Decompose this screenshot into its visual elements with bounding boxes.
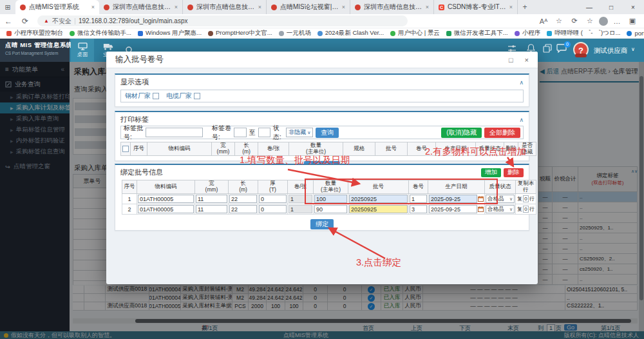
copy-count-input[interactable]: 0 [523,195,529,202]
bookmark-item[interactable]: 哔哩哔哩 ( ゜- ゜)つロ... [544,29,623,37]
bookmark-item[interactable]: PromptHero中文官... [205,29,275,37]
bookmark-item[interactable]: 用户中心 | 景云 [388,29,442,37]
quality-status-select[interactable]: 合格品∨ [486,205,515,213]
length-input[interactable]: 22 [229,205,257,213]
url-field[interactable]: ▲ 不安全 192.168.0.32:789/out_login/main.as… [37,15,408,26]
cable-vendor-label: 电缆厂家 [166,92,192,101]
collapse-panel-icon[interactable]: ∧ [519,117,524,123]
material-code-input[interactable]: 01ATH00005 [138,205,194,213]
current-user-label[interactable]: 测试供应商 [594,46,628,55]
toggle-hide-button[interactable]: (取消)隐藏 [441,128,482,138]
tab-close-icon[interactable]: × [509,4,513,10]
quantity-input[interactable]: 90 [314,205,347,213]
material-code-input[interactable]: 01ATH00005 [138,195,194,203]
divider [75,18,75,24]
label-batch-input[interactable] [146,128,203,137]
user-avatar[interactable]: ? [573,42,589,57]
bookmark-item[interactable]: 微信开发者工具下... [444,29,511,37]
nav-item-desktop[interactable]: 桌面 [71,39,94,62]
browser-address-bar: ← ⟳ ▲ 不安全 192.168.0.32:789/out_login/mai… [0,14,644,28]
tab-close-icon[interactable]: × [426,4,429,10]
bookmark-item[interactable]: 微信文件传输助手... [67,29,134,37]
window-minimize-button[interactable]: — [578,0,600,14]
reload-alt-icon[interactable]: ⟳ [568,17,581,25]
profile-avatar[interactable] [599,17,608,26]
batch-no-input[interactable]: 20250925 [349,205,408,213]
delete-all-button[interactable]: 全部删除 [484,128,520,138]
batch-no-input[interactable]: 20250925 [349,195,408,203]
browser-tab-3[interactable]: 深圳市点晴信息技术有限公司点晴 × [183,0,267,14]
more-menu-icon[interactable]: … [611,17,623,25]
copy-count-input[interactable]: 0 [523,206,529,213]
status-select[interactable]: 非隐藏 ∨ [286,128,313,137]
dialog-maximize-icon[interactable]: □ [509,56,513,64]
tab-close-icon[interactable]: × [342,4,345,10]
production-date-input[interactable]: 2025-09-25 [429,195,477,203]
favorite-star-icon[interactable]: ☆ [553,17,565,25]
user-dropdown-icon[interactable]: ∨ [631,46,635,52]
quantity-input[interactable]: 100 [314,195,347,203]
browser-tab-1[interactable]: 点晴MIS管理系统 × [15,0,99,14]
bookmark-item[interactable]: portal.qiniu.com/ia... [624,30,644,37]
width-input[interactable]: 11 [196,205,227,213]
bookmark-item[interactable]: Windows 用户聚惠... [135,29,204,37]
tab-search-icon[interactable]: ⊞ [0,0,15,14]
length-input[interactable]: 22 [229,195,257,203]
thickness-input[interactable]: 0 [259,195,287,203]
delete-row-button[interactable]: 删除 [504,168,524,177]
thickness-input[interactable]: 0 [259,205,287,213]
cable-vendor-checkbox[interactable] [194,93,200,99]
quality-status-select[interactable]: 合格品∨ [486,195,515,203]
collapse-panel-icon[interactable]: ∧ [519,79,524,86]
tab-title: 点晴MIS管理系统 [29,3,88,12]
browser-tab-2[interactable]: 深圳市点晴信息技术有限公司点晴 × [99,0,183,14]
back-button[interactable]: ← [0,17,17,26]
window-maximize-button[interactable]: □ [600,0,622,14]
site-favicon [271,5,277,10]
nav-item-label: 桌面 [77,51,88,58]
chat-badge: 0 [564,41,571,48]
dialog-title-bar[interactable]: 输入批号卷号 □ × [106,52,538,68]
reload-button[interactable]: ⟳ [17,17,33,26]
panel-header: 打印标签 ∧ [115,112,529,124]
add-row-button[interactable]: 增加 [481,168,501,177]
roll-no-input[interactable]: 3 [410,205,427,213]
chevron-down-icon: ∨ [509,197,513,202]
tab-close-icon[interactable]: × [175,4,178,10]
bookmark-item[interactable]: 小程序联盟控制台 [4,29,66,37]
monitor-icon [78,43,88,50]
bookmark-favicon [515,31,520,36]
window-copy-icon[interactable] [543,44,552,53]
bookmark-favicon [279,31,284,36]
bookmark-favicon [70,31,75,36]
new-tab-button[interactable]: + [518,0,532,14]
calendar-icon[interactable] [478,206,484,212]
bind-batch-table: 序号 物料编码 宽 (mm) 长 (m) 厚 (T) 卷/张 数量 (主单位) … [122,180,524,215]
csdn-favicon: C [439,5,444,10]
browser-tab-5[interactable]: 深圳市点晴信息技术有限公司点晴 × [350,0,434,14]
window-close-button[interactable]: × [622,0,644,14]
tab-close-icon[interactable]: × [91,4,95,10]
roll-no-input[interactable]: 1 [410,195,427,203]
favorites-bar-icon[interactable]: ☆ [583,17,596,25]
tab-close-icon[interactable]: × [258,4,261,10]
query-button[interactable]: 查询 [316,128,339,138]
select-all-checkbox[interactable] [122,146,129,152]
sidebar-toggle-icon[interactable]: ▣ [626,17,639,25]
steel-vendor-checkbox[interactable] [153,93,159,99]
dialog-close-icon[interactable]: × [525,56,529,64]
browser-tab-4[interactable]: 点晴MIS论坛视窗|点晴免费O × [267,0,350,14]
bookmark-item[interactable]: 2024最新 Clash Ver... [315,29,386,37]
panel-header: 显示选项 ∧ [115,75,529,88]
bookmark-item[interactable]: 一元机场 [276,29,314,37]
bind-button[interactable]: 绑定 [310,219,334,229]
production-date-input[interactable]: 2025-09-25 [429,205,477,213]
calendar-icon[interactable] [478,196,484,202]
width-input[interactable]: 11 [196,195,227,203]
text-size-icon[interactable]: Aᴬ [537,17,550,25]
roll-to-input[interactable] [258,128,270,137]
bookmark-item[interactable]: 小程序 [512,29,544,37]
roll-from-input[interactable] [234,128,246,137]
site-favicon [355,5,361,10]
browser-tab-6[interactable]: C CSDN博客-专业IT技术发表平台 × [434,0,518,14]
